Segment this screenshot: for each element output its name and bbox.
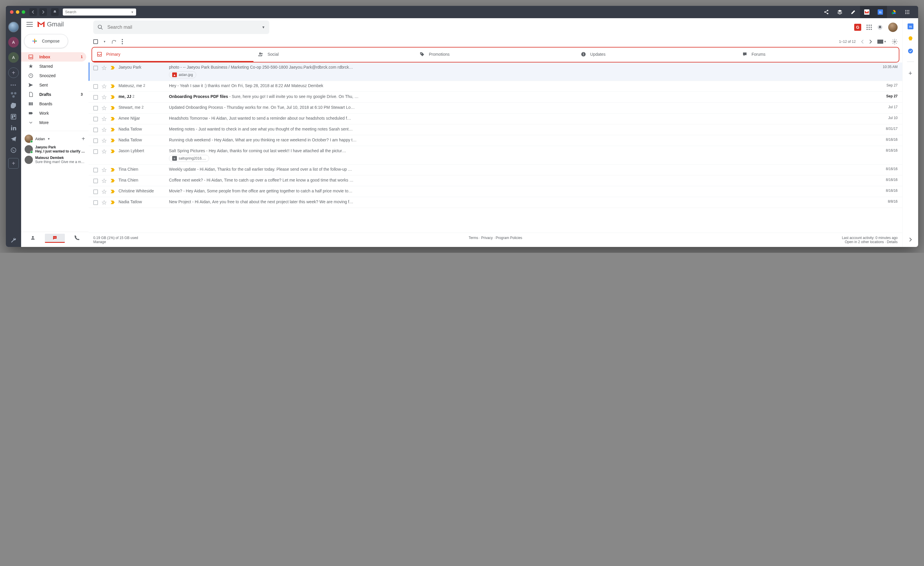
- nav-boards[interactable]: Boards: [21, 99, 86, 108]
- star-icon[interactable]: [102, 106, 107, 111]
- mail-search-input[interactable]: [107, 25, 258, 30]
- tab-updates[interactable]: Updates: [576, 48, 738, 62]
- add-workspace-button[interactable]: +: [8, 67, 19, 78]
- keep-addon-icon[interactable]: [908, 36, 914, 42]
- hangouts-user[interactable]: Aidan ▼ +: [21, 133, 88, 144]
- calendar-app-icon[interactable]: 31: [873, 6, 887, 18]
- mail-checkbox[interactable]: [93, 138, 98, 143]
- drive-app-icon[interactable]: [887, 6, 900, 18]
- tab-promotions[interactable]: Promotions: [415, 48, 576, 62]
- mail-checkbox[interactable]: [93, 178, 98, 183]
- importance-icon[interactable]: [110, 106, 115, 110]
- mail-checkbox[interactable]: [93, 84, 98, 89]
- compose-button[interactable]: Compose: [24, 34, 68, 48]
- star-icon[interactable]: [102, 65, 107, 71]
- mail-checkbox[interactable]: [93, 66, 98, 70]
- apps-grid-icon[interactable]: [900, 6, 914, 18]
- gmail-logo[interactable]: Gmail: [37, 21, 64, 28]
- importance-icon[interactable]: [110, 66, 115, 70]
- importance-icon[interactable]: [110, 127, 115, 132]
- importance-icon[interactable]: [110, 149, 115, 153]
- mail-row[interactable]: Tina Chien Weekly update - Hi Aidan, Tha…: [88, 165, 902, 175]
- nav-drafts[interactable]: Drafts3: [21, 90, 86, 99]
- manage-storage-link[interactable]: Manage: [93, 240, 106, 244]
- trello-icon[interactable]: [10, 114, 17, 120]
- more-icon[interactable]: [122, 39, 123, 44]
- whatsapp-icon[interactable]: [10, 147, 17, 153]
- open-locations-text[interactable]: Open in 2 other locations · Details: [630, 240, 898, 244]
- mail-checkbox[interactable]: [93, 117, 98, 121]
- refresh-icon[interactable]: [111, 39, 117, 44]
- tab-social[interactable]: Social: [254, 48, 415, 62]
- notifications-icon[interactable]: [877, 24, 883, 30]
- mail-row[interactable]: Nadia Tatlow Running club weekend - Hey …: [88, 135, 902, 146]
- mail-row[interactable]: Stewart, me 2 Updated Onboarding Process…: [88, 103, 902, 114]
- workspace-avatar-2[interactable]: A: [8, 37, 19, 48]
- new-chat-button[interactable]: +: [81, 135, 85, 142]
- footer-links[interactable]: Terms · Privacy · Program Policies: [362, 236, 630, 244]
- nav-work[interactable]: Work: [21, 108, 86, 118]
- share-icon[interactable]: [820, 6, 833, 18]
- mail-checkbox[interactable]: [93, 200, 98, 205]
- search-options-icon[interactable]: ▼: [262, 25, 265, 29]
- maximize-window-icon[interactable]: [22, 10, 25, 14]
- minimize-window-icon[interactable]: [16, 10, 20, 14]
- forward-button[interactable]: [39, 8, 47, 16]
- tasks-addon-icon[interactable]: [908, 48, 914, 54]
- tab-primary[interactable]: Primary: [92, 48, 254, 62]
- star-icon[interactable]: [102, 95, 107, 100]
- chevron-down-icon[interactable]: ▼: [131, 10, 134, 14]
- grammarly-icon[interactable]: G: [854, 24, 861, 31]
- attachment-chip[interactable]: ▲aidan.jpg: [169, 71, 196, 78]
- mail-row[interactable]: Mateusz, me 2 Hey - Yeah I saw it :) tha…: [88, 81, 902, 92]
- star-icon[interactable]: [102, 189, 107, 195]
- mail-row[interactable]: Amee NIjjar Headshots Tomorrow - Hi Aida…: [88, 114, 902, 124]
- edit-icon[interactable]: [846, 6, 860, 18]
- importance-icon[interactable]: [110, 138, 115, 142]
- get-addons-button[interactable]: +: [909, 69, 912, 77]
- star-icon[interactable]: [102, 84, 107, 89]
- menu-icon[interactable]: [26, 22, 33, 27]
- mail-row[interactable]: Christine Whiteside Movie? - Hey Aidan, …: [88, 186, 902, 197]
- hangouts-contacts-tab[interactable]: [23, 234, 42, 243]
- star-icon[interactable]: [102, 200, 107, 205]
- mail-row[interactable]: Tina Chien Coffee next week? - Hi Aidan,…: [88, 175, 902, 186]
- mail-checkbox[interactable]: [93, 149, 98, 154]
- nav-sent[interactable]: Sent: [21, 80, 86, 90]
- settings-gear-icon[interactable]: [892, 39, 898, 45]
- nav-inbox[interactable]: Inbox1: [21, 52, 86, 61]
- workspace-avatar-3[interactable]: A: [8, 52, 19, 63]
- mail-search[interactable]: ▼: [93, 21, 269, 34]
- input-tools-icon[interactable]: ▼: [878, 40, 886, 44]
- star-icon[interactable]: [102, 168, 107, 173]
- importance-icon[interactable]: [110, 84, 115, 88]
- mail-checkbox[interactable]: [93, 95, 98, 100]
- select-all-checkbox[interactable]: [93, 39, 98, 44]
- star-icon[interactable]: [102, 117, 107, 122]
- mail-checkbox[interactable]: [93, 168, 98, 172]
- mail-row[interactable]: Jaeyou Park photo - -- Jaeyou Park Busin…: [88, 63, 902, 81]
- chat-item[interactable]: Jaeyou ParkHey, I just wanted to clarify…: [21, 144, 88, 154]
- hangouts-chat-tab[interactable]: [45, 234, 64, 243]
- linkedin-icon[interactable]: [10, 125, 17, 131]
- star-icon[interactable]: [102, 149, 107, 154]
- star-icon[interactable]: [102, 138, 107, 144]
- collapse-rail-icon[interactable]: [909, 238, 912, 242]
- notifications-button[interactable]: [51, 8, 58, 16]
- prev-page-icon[interactable]: [861, 40, 864, 44]
- dock-cluster-icon[interactable]: [10, 92, 17, 98]
- mail-row[interactable]: Jason Lybbert Salt Spring Pictures - Hey…: [88, 146, 902, 165]
- telegram-icon[interactable]: [10, 136, 17, 142]
- layers-icon[interactable]: [833, 6, 846, 18]
- google-apps-icon[interactable]: [867, 25, 872, 30]
- mail-row[interactable]: Nadia Tatlow New Project - Hi Aidan, Are…: [88, 197, 902, 208]
- attachment-chip[interactable]: ≡saltspring2016.…: [169, 155, 209, 162]
- settings-wrench-icon[interactable]: [10, 237, 17, 243]
- mail-row[interactable]: Nadia Tatlow Meeting notes - Just wanted…: [88, 124, 902, 135]
- mail-checkbox[interactable]: [93, 189, 98, 194]
- gmail-app-icon[interactable]: [860, 6, 873, 18]
- importance-icon[interactable]: [110, 95, 115, 99]
- back-button[interactable]: [29, 8, 37, 16]
- mail-checkbox[interactable]: [93, 127, 98, 132]
- star-icon[interactable]: [102, 127, 107, 133]
